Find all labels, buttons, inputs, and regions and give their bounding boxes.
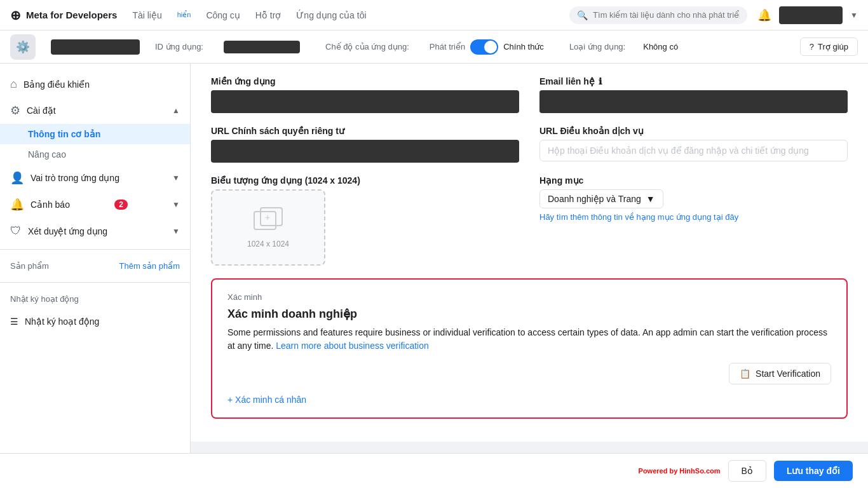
app-type-value: Không có [643,42,678,51]
personal-verify-link[interactable]: + Xác minh cá nhân [227,395,831,405]
domain-label: Miền ứng dụng [211,76,519,86]
sidebar-item-alerts[interactable]: 🔔 Cảnh báo 2 ▼ [0,191,190,218]
help-button[interactable]: ? Trợ giúp [800,37,858,56]
form-group-terms: URL Điều khoản dịch vụ [539,126,848,163]
category-chevron: ▼ [646,194,655,204]
search-input[interactable] [593,10,740,20]
roles-chevron: ▼ [172,173,180,182]
sidebar-item-dashboard[interactable]: ⌂ Bảng điều khiển [0,71,190,97]
logo: ⊕ Meta for Developers [10,8,117,23]
category-value: Doanh nghiệp và Trang [548,194,641,204]
content-area: Miền ứng dụng Email liên hệ ℹ URL Chính … [191,64,868,442]
form-group-email: Email liên hệ ℹ [539,76,848,113]
settings-chevron: ▲ [172,106,180,115]
mode-switch[interactable] [470,39,498,55]
privacy-label: URL Chính sách quyền riêng tư [211,126,519,136]
sidebar-products-section: Sản phẩm Thêm sản phẩm [0,255,190,277]
sidebar-products-label: Sản phẩm [10,261,49,271]
sidebar-label-basic-info: Thông tin cơ bản [28,129,100,139]
app-id-value [224,41,300,53]
sidebar: ⌂ Bảng điều khiển ⚙ Cài đặt ▲ Thông tin … [0,64,191,488]
verification-btn-icon: 📋 [740,369,750,379]
sidebar-activity-log-item[interactable]: ☰ Nhật ký hoạt động [0,310,190,333]
sidebar-item-basic-info[interactable]: Thông tin cơ bản [0,124,190,144]
logo-text: Meta for Developers [26,10,117,20]
category-select[interactable]: Doanh nghiệp và Trang ▼ [539,189,663,208]
form-row-3: Biểu tượng ứng dụng (1024 x 1024) + 1024… [211,175,848,266]
main-layout: ⌂ Bảng điều khiển ⚙ Cài đặt ▲ Thông tin … [0,64,868,488]
app-name [51,39,140,55]
alerts-badge: 2 [114,200,128,210]
verification-learn-more-link[interactable]: Learn more about business verification [276,341,428,351]
sidebar-label-review: Xét duyệt ứng dụng [28,226,107,236]
category-info-link[interactable]: Hãy tìm thêm thông tin về hạng mục ứng d… [539,212,848,222]
user-avatar[interactable] [779,6,843,24]
sidebar-label-alerts: Cảnh báo [31,200,70,210]
terms-label: URL Điều khoản dịch vụ [539,126,848,136]
sidebar-label-settings: Cài đặt [27,105,56,116]
domain-input[interactable] [211,90,519,113]
verification-business-title: Xác minh doanh nghiệp [227,307,831,321]
icon-upload-box[interactable]: + 1024 x 1024 [211,189,325,266]
sidebar-item-settings[interactable]: ⚙ Cài đặt ▲ [0,97,190,124]
nav-right: 🔔 ▼ [757,6,858,24]
form-group-icon: Biểu tượng ứng dụng (1024 x 1024) + 1024… [211,175,519,266]
form-row-2: URL Chính sách quyền riêng tư URL Điều k… [211,126,848,163]
review-icon: 🛡 [10,224,22,238]
nav-docs[interactable]: Tài liệu [132,10,161,20]
search-box[interactable]: 🔍 [569,6,747,24]
email-info-icon: ℹ [599,76,602,86]
category-label: Hạng mục [539,175,848,186]
top-navigation: ⊕ Meta for Developers Tài liệu hiển Công… [0,0,868,30]
sidebar-item-roles[interactable]: 👤 Vai trò trong ứng dụng ▼ [0,165,190,191]
roles-icon: 👤 [10,171,24,185]
verification-section: Xác minh Xác minh doanh nghiệp Some perm… [211,278,848,419]
app-type-label: Loại ứng dụng: [569,42,625,51]
nav-links: Tài liệu hiển Công cụ Hỗ trợ Ứng dụng củ… [132,10,559,20]
bell-icon[interactable]: 🔔 [757,8,771,22]
app-header: ⚙️ ID ứng dụng: Chế độ của ứng dụng: Phá… [0,30,868,64]
svg-text:+: + [265,212,270,222]
meta-logo-icon: ⊕ [10,8,21,23]
icon-size-text: 1024 x 1024 [247,240,289,248]
start-verification-button[interactable]: 📋 Start Verification [729,363,831,384]
toggle-knob [484,41,497,53]
nav-my-apps[interactable]: Ứng dụng của tôi [296,10,366,20]
cancel-button[interactable]: Bỏ [728,460,766,482]
verification-section-title: Xác minh [227,292,831,302]
icon-label: Biểu tượng ứng dụng (1024 x 1024) [211,175,519,186]
nav-support[interactable]: Hỗ trợ [255,10,281,20]
sidebar-add-product[interactable]: Thêm sản phẩm [119,261,180,271]
form-row-1: Miền ứng dụng Email liên hệ ℹ [211,76,848,113]
app-id-label: ID ứng dụng: [155,42,203,51]
mode-dev-label: Phát triển [430,42,465,51]
sidebar-item-review[interactable]: 🛡 Xét duyệt ứng dụng ▼ [0,218,190,244]
sidebar-activity-log-label: Nhật ký hoạt động [10,294,79,304]
settings-icon: ⚙ [10,104,20,118]
sidebar-label-advanced: Nâng cao [28,149,66,159]
email-label: Email liên hệ ℹ [539,76,848,86]
mode-label: Chế độ của ứng dụng: [325,42,409,51]
sidebar-label-roles: Vai trò trong ứng dụng [31,173,119,183]
email-label-text: Email liên hệ [539,76,595,86]
upload-icon: + [253,207,283,237]
mode-toggle: Phát triển Chính thức [430,39,544,55]
terms-input[interactable] [539,140,848,161]
search-icon: 🔍 [577,10,588,20]
dashboard-icon: ⌂ [10,78,17,91]
nav-hidden-label: hiển [177,11,191,19]
sidebar-item-advanced[interactable]: Nâng cao [0,144,190,165]
footer-bar: Powered by HinhSo.com Bỏ Lưu thay đổi [0,453,868,488]
email-input[interactable] [539,90,848,113]
help-label: Trợ giúp [818,42,848,51]
user-menu-chevron[interactable]: ▼ [850,11,858,20]
list-icon: ☰ [10,316,18,327]
nav-tools[interactable]: Công cụ [206,10,240,20]
form-group-domain: Miền ứng dụng [211,76,519,113]
save-button[interactable]: Lưu thay đổi [774,461,853,481]
sidebar-label-dashboard: Bảng điều khiển [24,79,90,90]
bell-sidebar-icon: 🔔 [10,198,24,212]
privacy-input[interactable] [211,140,519,163]
sidebar-log-text: Nhật ký hoạt động [25,316,99,327]
verification-description: Some permissions and features require bu… [227,326,831,353]
